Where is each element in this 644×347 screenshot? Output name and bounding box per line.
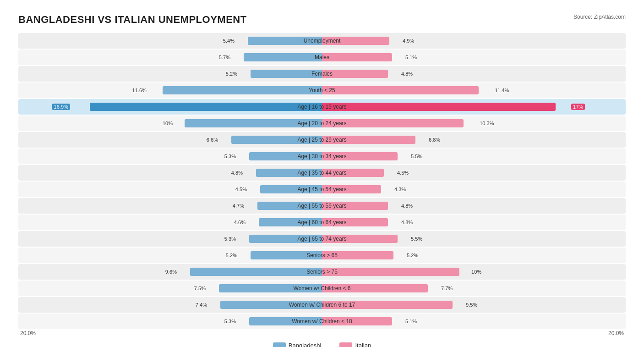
bar-right-fill — [322, 37, 389, 45]
axis-row: 20.0% 20.0% — [18, 330, 626, 336]
bar-right-section: 17% — [322, 100, 626, 113]
bar-right-fill — [322, 218, 388, 226]
bar-left-section: 4.8% — [18, 166, 322, 179]
axis-right: 20.0% — [322, 330, 626, 336]
bar-left-fill — [249, 152, 322, 160]
value-left: 7.4% — [196, 302, 207, 308]
bar-row: 7.4%Women w/ Children 6 to 179.5% — [18, 297, 626, 313]
bar-left-fill — [90, 103, 322, 111]
chart-footer: Bangladeshi Italian — [18, 342, 626, 347]
bar-row: 5.3%Age | 30 to 34 years5.5% — [18, 149, 626, 164]
bar-right-fill — [322, 301, 453, 309]
bar-left-section: 9.6% — [18, 265, 322, 278]
value-right: 4.8% — [401, 71, 413, 77]
bar-left-fill — [231, 136, 322, 144]
bar-right-section: 5.5% — [322, 150, 626, 163]
value-right: 9.5% — [466, 302, 477, 308]
bar-right-section: 5.5% — [322, 232, 626, 245]
value-left: 11.6% — [132, 88, 147, 93]
bar-right-fill — [322, 103, 556, 111]
value-right: 4.5% — [397, 170, 409, 176]
bar-left-section: 5.3% — [18, 232, 322, 245]
bar-row: 5.2%Females4.8% — [18, 66, 626, 82]
bar-right-section: 5.2% — [322, 249, 626, 262]
bar-left-fill — [249, 317, 322, 325]
bar-left-section: 4.5% — [18, 183, 322, 196]
chart-body: 5.4%Unemployment4.9%5.7%Males5.1%5.2%Fem… — [18, 33, 626, 329]
bar-left-section: 11.6% — [18, 84, 322, 97]
bar-left-section: 10% — [18, 117, 322, 130]
bar-left-fill — [185, 119, 322, 127]
bar-row: 11.6%Youth < 2511.4% — [18, 83, 626, 98]
axis-left: 20.0% — [18, 330, 322, 336]
bar-left-fill — [190, 268, 322, 276]
bar-row: 4.8%Age | 35 to 44 years4.5% — [18, 165, 626, 181]
value-left: 4.7% — [233, 203, 244, 209]
bar-right-section: 4.8% — [322, 216, 626, 229]
bar-left-section: 4.6% — [18, 216, 322, 229]
bar-left-section: 7.5% — [18, 282, 322, 295]
bar-right-fill — [322, 251, 393, 259]
legend-bangladeshi: Bangladeshi — [273, 342, 322, 347]
bar-right-section: 4.9% — [322, 34, 626, 47]
bar-right-section: 6.8% — [322, 133, 626, 146]
value-right: 4.8% — [401, 203, 413, 209]
bar-left-fill — [249, 235, 322, 243]
bar-row: 7.5%Women w/ Children < 67.7% — [18, 281, 626, 296]
bar-right-fill — [322, 86, 479, 94]
bar-right-section: 7.7% — [322, 282, 626, 295]
legend-italian: Italian — [339, 342, 371, 347]
bar-left-section: 5.3% — [18, 150, 322, 163]
bar-row: 4.6%Age | 60 to 64 years4.8% — [18, 215, 626, 230]
bar-right-section: 10.3% — [322, 117, 626, 130]
bar-row: 5.4%Unemployment4.9% — [18, 33, 626, 49]
value-left: 6.6% — [207, 137, 218, 143]
value-right: 11.4% — [495, 88, 509, 93]
bar-left-fill — [251, 70, 322, 78]
value-right: 4.9% — [403, 38, 414, 44]
bar-right-fill — [322, 169, 384, 177]
bar-right-fill — [322, 53, 392, 61]
value-left: 5.4% — [223, 38, 235, 44]
value-right: 10% — [471, 269, 481, 275]
bar-row: 9.6%Seniors > 7510% — [18, 264, 626, 280]
value-right: 4.3% — [394, 187, 406, 192]
value-left: 5.2% — [226, 71, 237, 77]
bar-right-section: 4.8% — [322, 67, 626, 80]
bar-left-fill — [244, 53, 322, 61]
value-left: 5.7% — [219, 55, 230, 60]
bangladeshi-label: Bangladeshi — [289, 342, 322, 347]
value-right: 4.8% — [401, 220, 413, 225]
value-right: 10.3% — [480, 121, 494, 126]
value-right: 5.2% — [407, 253, 418, 258]
bar-row: 16.9%Age | 16 to 19 years17% — [18, 99, 626, 115]
bar-right-fill — [322, 284, 428, 292]
bar-right-section: 4.5% — [322, 166, 626, 179]
bar-right-section: 10% — [322, 265, 626, 278]
bar-left-section: 6.6% — [18, 133, 322, 146]
bar-right-fill — [322, 152, 398, 160]
bar-row: 4.7%Age | 55 to 59 years4.8% — [18, 198, 626, 214]
bar-right-section: 5.1% — [322, 51, 626, 64]
bar-left-section: 16.9% — [18, 100, 322, 113]
value-right: 6.8% — [429, 137, 440, 143]
bar-left-fill — [251, 251, 322, 259]
value-left: 4.8% — [231, 170, 243, 176]
bar-row: 5.7%Males5.1% — [18, 50, 626, 65]
value-left: 7.5% — [194, 286, 206, 291]
italian-color-box — [339, 342, 352, 347]
value-right: 7.7% — [441, 286, 453, 291]
bar-left-section: 5.2% — [18, 67, 322, 80]
bar-right-fill — [322, 317, 392, 325]
bar-left-section: 5.2% — [18, 249, 322, 262]
value-left: 10% — [163, 121, 173, 126]
bar-right-fill — [322, 202, 388, 210]
value-left: 5.3% — [224, 319, 236, 324]
chart-source: Source: ZipAtlas.com — [573, 14, 626, 20]
bar-right-section: 9.5% — [322, 298, 626, 311]
bar-left-section: 5.3% — [18, 315, 322, 328]
value-left: 4.6% — [234, 220, 246, 225]
value-left: 4.5% — [235, 187, 247, 192]
bar-right-fill — [322, 235, 398, 243]
bar-left-fill — [256, 169, 322, 177]
